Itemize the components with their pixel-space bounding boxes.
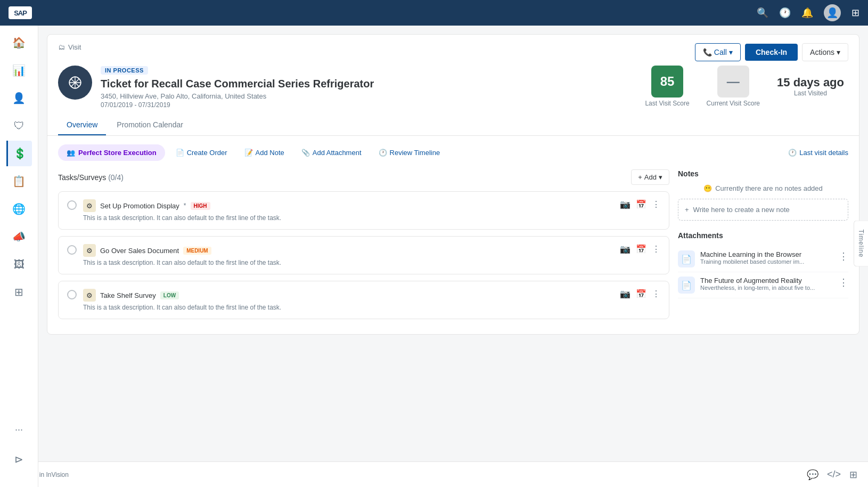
task-title-row-1: ⚙ Go Over Sales Document MEDIUM [83, 244, 613, 257]
main-content: 🗂 Visit 📞 Call ▾ Check-In Actions ▾ [38, 26, 868, 487]
calendar-icon-1[interactable]: 📅 [636, 244, 646, 254]
task-actions-2: 📷 📅 ⋮ [620, 289, 660, 299]
task-content-0: ⚙ Set Up Promotion Display * HIGH This i… [83, 199, 613, 222]
actions-label: Actions [810, 48, 834, 56]
task-item-0: ⚙ Set Up Promotion Display * HIGH This i… [58, 191, 669, 230]
history-icon[interactable]: 🕐 [779, 7, 791, 19]
two-column-layout: Tasks/Surveys (0/4) + Add ▾ [58, 169, 848, 326]
comment-icon[interactable]: 💬 [807, 469, 818, 481]
sidebar-item-shield[interactable]: 🛡 [6, 113, 32, 139]
company-address: 3450, Hillview Ave, Palo Alto, Californi… [101, 92, 374, 100]
sidebar-item-list[interactable]: 📋 [6, 168, 32, 194]
last-visited-label: Last Visited [777, 90, 844, 97]
task-desc-2: This is a task description. It can also … [83, 304, 613, 311]
task-icon-0: ⚙ [83, 199, 96, 212]
camera-icon-1[interactable]: 📷 [620, 244, 630, 254]
create-order-icon: 📄 [176, 149, 184, 157]
task-checkbox-1[interactable] [67, 245, 77, 255]
company-info: IN PROCESS Ticket for Recall Case Commer… [101, 66, 374, 109]
bell-icon[interactable]: 🔔 [801, 7, 813, 19]
sidebar-item-campaign[interactable]: 📣 [6, 224, 32, 249]
status-badge: IN PROCESS [101, 66, 148, 75]
header-stats: 85 Last Visit Score — Current Visit Scor… [645, 66, 844, 107]
tab-promotion-calendar[interactable]: Promotion Calendar [108, 115, 192, 135]
task-actions-0: 📷 📅 ⋮ [620, 199, 660, 209]
last-visit-score-label: Last Visit Score [645, 100, 689, 107]
add-task-button[interactable]: + Add ▾ [631, 169, 669, 185]
actions-button[interactable]: Actions ▾ [802, 43, 848, 61]
visit-label: 🗂 Visit [58, 43, 81, 51]
search-icon[interactable]: 🔍 [757, 7, 768, 19]
last-visit-score: 85 [651, 66, 683, 98]
sidebar-item-settings[interactable]: ⊳ [6, 447, 32, 472]
visit-icon: 🗂 [58, 43, 65, 51]
task-item-1: ⚙ Go Over Sales Document MEDIUM This is … [58, 236, 669, 274]
notes-title: Notes [678, 169, 848, 178]
tasks-column: Tasks/Surveys (0/4) + Add ▾ [58, 169, 669, 326]
visit-text: Visit [68, 43, 81, 51]
timeline-tab[interactable]: Timeline [854, 221, 868, 267]
tasks-header: Tasks/Surveys (0/4) + Add ▾ [58, 169, 669, 185]
attachment-menu-0[interactable]: ⋮ [839, 250, 848, 262]
sidebar-item-users[interactable]: 👤 [6, 85, 32, 111]
company-logo-svg [65, 73, 85, 92]
tasks-title: Tasks/Surveys (0/4) [58, 173, 124, 182]
task-actions-1: 📷 📅 ⋮ [620, 244, 660, 254]
sidebar-item-org[interactable]: 🌐 [6, 196, 32, 222]
add-attachment-button[interactable]: 📎 Add Attachment [295, 145, 368, 160]
company-name: Ticket for Recall Case Commercial Series… [101, 78, 374, 90]
add-attachment-icon: 📎 [301, 149, 310, 157]
more-icon-2[interactable]: ⋮ [652, 289, 660, 299]
notes-plus-icon: + [685, 206, 689, 214]
sidebar-item-sales[interactable]: 💲 [6, 141, 32, 166]
notes-empty-message: 😶 Currently there are no notes added [678, 184, 848, 192]
add-chevron-icon: ▾ [659, 173, 662, 181]
sidebar: 🏠 📊 👤 🛡 💲 📋 🌐 📣 🖼 ⊞ ··· ⊳ [0, 26, 38, 487]
apps-grid-icon[interactable]: ⊞ [851, 7, 859, 19]
create-order-button[interactable]: 📄 Create Order [169, 145, 234, 160]
call-label: Call [714, 48, 727, 56]
add-note-icon: 📝 [244, 149, 253, 157]
call-button[interactable]: 📞 Call ▾ [695, 43, 741, 61]
notes-placeholder: Write here to create a new note [693, 206, 790, 214]
task-checkbox-2[interactable] [67, 290, 77, 299]
camera-icon-0[interactable]: 📷 [620, 199, 630, 209]
more-icon-1[interactable]: ⋮ [652, 244, 660, 254]
task-checkbox-0[interactable] [67, 200, 77, 210]
add-icon: + [638, 173, 642, 181]
calendar-icon-0[interactable]: 📅 [636, 199, 646, 209]
task-title-1: Go Over Sales Document [100, 247, 179, 255]
add-label: Add [644, 173, 657, 181]
attachment-name-1: The Future of Augmented Reality [700, 277, 833, 285]
sidebar-item-gallery[interactable]: 🖼 [6, 251, 32, 277]
last-visit-details-button[interactable]: 🕐 Last visit details [788, 149, 848, 157]
camera-icon-2[interactable]: 📷 [620, 289, 630, 299]
checkin-button[interactable]: Check-In [745, 44, 798, 61]
sidebar-item-home[interactable]: 🏠 [6, 30, 32, 55]
attachments-title: Attachments [678, 231, 848, 240]
attachment-icon-0: 📄 [678, 250, 695, 267]
add-attachment-label: Add Attachment [313, 149, 362, 157]
company-avatar [58, 66, 92, 100]
pse-button[interactable]: 👥 Perfect Store Execution [58, 144, 165, 161]
review-timeline-button[interactable]: 🕐 Review Timeline [372, 145, 447, 160]
sidebar-item-table[interactable]: ⊞ [6, 279, 32, 305]
grid-icon[interactable]: ⊞ [849, 469, 857, 481]
user-avatar[interactable]: 👤 [824, 4, 841, 21]
actions-chevron-icon: ▾ [837, 48, 840, 56]
tab-overview[interactable]: Overview [58, 115, 106, 135]
sidebar-more-button[interactable]: ··· [6, 417, 32, 442]
add-note-button[interactable]: 📝 Add Note [238, 145, 291, 160]
code-icon[interactable]: </> [827, 469, 841, 480]
calendar-icon-2[interactable]: 📅 [636, 289, 646, 299]
notes-input[interactable]: + Write here to create a new note [678, 199, 848, 221]
attachment-menu-1[interactable]: ⋮ [839, 277, 848, 288]
current-visit-score-block: — Current Visit Score [707, 66, 760, 107]
sidebar-item-analytics[interactable]: 📊 [6, 58, 32, 83]
task-priority-2: LOW [160, 291, 179, 299]
more-icon-0[interactable]: ⋮ [652, 199, 660, 209]
last-visited-block: 15 days ago Last Visited [777, 76, 844, 97]
task-title-row-2: ⚙ Take Shelf Survey LOW [83, 289, 613, 302]
attachment-icon-1: 📄 [678, 277, 695, 294]
phone-icon: 📞 [703, 48, 712, 56]
